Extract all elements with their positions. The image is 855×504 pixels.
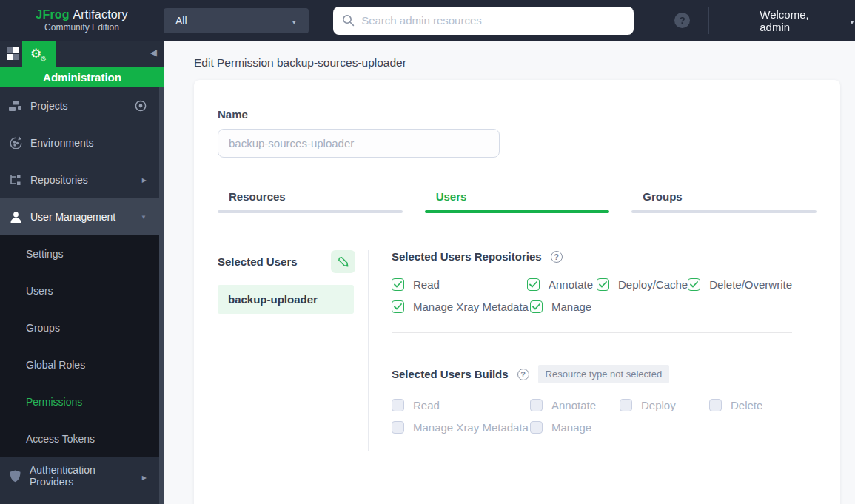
permission-edit-card: Name Resources Users Groups Selected Use… [194, 80, 840, 504]
apps-grid-icon[interactable] [7, 47, 19, 60]
sidebar-item-label: Authentication Providers [30, 464, 137, 488]
status-badge: Resource type not selected [538, 365, 670, 383]
logo-edition: Community Edition [0, 22, 164, 33]
permission-manage-xray-metadata: Manage Xray Metadata [392, 300, 530, 313]
chevron-right-icon [142, 177, 147, 184]
sidebar-collapse-icon[interactable] [150, 47, 157, 58]
sidebar-item-users[interactable]: Users [0, 272, 159, 309]
pencil-icon [338, 256, 349, 268]
page-title: Edit Permission backup-sources-uploader [194, 56, 855, 70]
sidebar-item-permissions[interactable]: Permissions [0, 383, 159, 420]
selected-users-panel: Selected Users backup-uploader [218, 250, 355, 451]
main-content: Edit Permission backup-sources-uploader … [164, 41, 855, 504]
repositories-section-title: Selected Users Repositories [392, 250, 542, 263]
blocks-icon [7, 100, 24, 112]
selected-users-title: Selected Users [218, 255, 298, 268]
cycle-icon [7, 136, 24, 150]
user-management-submenu: Settings Users Groups Global Roles Permi… [0, 235, 159, 457]
help-icon[interactable]: ? [674, 13, 690, 28]
section-divider [392, 332, 792, 333]
checkmark-icon [599, 281, 607, 288]
permission-manage-disabled: Manage [530, 421, 591, 434]
sidebar-item-authentication-providers[interactable]: Authentication Providers [0, 457, 164, 494]
checkbox-unchecked [392, 421, 404, 434]
sidebar-item-repositories[interactable]: Repositories [0, 161, 164, 198]
checkbox-checked[interactable] [597, 278, 609, 291]
user-menu-label: Welcome, admin [760, 8, 842, 33]
sidebar-item-global-roles[interactable]: Global Roles [0, 346, 159, 383]
checkbox-unchecked [530, 421, 543, 434]
project-scope-icon[interactable] [135, 100, 147, 112]
sidebar-item-groups[interactable]: Groups [0, 309, 159, 346]
permission-deploy-cache: Deploy/Cache [597, 278, 688, 291]
administration-tab[interactable] [22, 41, 56, 67]
checkmark-icon [690, 281, 698, 288]
checkbox-unchecked [620, 399, 632, 411]
list-item[interactable]: backup-uploader [218, 285, 354, 314]
checkmark-icon [394, 303, 402, 310]
repositories-section-header: Selected Users Repositories ? [392, 250, 792, 263]
admin-search[interactable] [333, 7, 634, 35]
permission-read-disabled: Read [392, 399, 530, 411]
permission-read: Read [392, 278, 527, 291]
checkbox-unchecked [709, 399, 722, 411]
sidebar-item-label: Projects [30, 100, 68, 112]
sidebar-item-access-tokens[interactable]: Access Tokens [0, 420, 159, 457]
checkbox-unchecked [530, 399, 543, 411]
app-logo: JFrog Artifactory Community Edition [0, 8, 164, 33]
checkbox-unchecked [392, 399, 404, 411]
help-icon[interactable]: ? [517, 369, 529, 380]
chevron-right-icon [142, 469, 147, 483]
permission-manage: Manage [530, 300, 591, 313]
checkbox-checked[interactable] [527, 278, 540, 291]
permission-name-input[interactable] [218, 129, 500, 158]
sidebar-item-settings[interactable]: Settings [0, 235, 159, 272]
permission-annotate-disabled: Annotate [530, 399, 620, 411]
tab-groups[interactable]: Groups [631, 190, 817, 213]
sidebar-item-user-management[interactable]: User Management [0, 198, 164, 235]
checkbox-checked[interactable] [688, 278, 700, 291]
sidebar-scrollbar[interactable] [159, 87, 164, 504]
builds-section-title: Selected Users Builds [392, 368, 509, 380]
search-icon [342, 14, 355, 27]
tab-users[interactable]: Users [425, 190, 610, 213]
sidebar: Administration Projects [0, 41, 164, 504]
permissions-panel: Selected Users Repositories ? Read [392, 250, 792, 451]
sidebar-item-environments[interactable]: Environments [0, 124, 164, 161]
logo-product: Artifactory [73, 8, 127, 21]
sidebar-item-label: Repositories [30, 174, 88, 186]
sidebar-item-label: User Management [30, 211, 115, 223]
sidebar-item-label: Environments [30, 137, 94, 149]
edit-users-button[interactable] [331, 250, 355, 273]
checkmark-icon [532, 303, 540, 310]
permission-annotate: Annotate [527, 278, 597, 291]
top-bar: JFrog Artifactory Community Edition All … [0, 0, 855, 41]
permission-delete-disabled: Delete [709, 399, 762, 411]
sidebar-section-title: Administration [0, 67, 164, 87]
checkmark-icon [394, 281, 402, 288]
name-field-label: Name [218, 108, 817, 121]
chevron-down-icon [141, 214, 147, 221]
checkbox-checked[interactable] [392, 300, 404, 313]
help-icon[interactable]: ? [551, 251, 563, 263]
search-scope-dropdown[interactable]: All [164, 8, 309, 33]
checkbox-checked[interactable] [392, 278, 404, 291]
sidebar-item-projects[interactable]: Projects [0, 87, 164, 124]
chevron-down-icon [291, 14, 297, 27]
shield-icon [7, 470, 23, 483]
tab-resources[interactable]: Resources [218, 190, 403, 213]
tree-icon [7, 174, 24, 187]
user-icon [7, 211, 24, 224]
search-input[interactable] [361, 14, 625, 27]
checkbox-checked[interactable] [530, 300, 543, 313]
logo-brand: JFrog [36, 8, 69, 21]
builds-section-header: Selected Users Builds ? Resource type no… [392, 365, 792, 383]
gears-icon-small [41, 47, 48, 61]
scope-dropdown-value: All [175, 15, 187, 27]
permission-delete-overwrite: Delete/Overwrite [688, 278, 792, 291]
permission-deploy-disabled: Deploy [620, 399, 709, 411]
checkmark-icon [529, 281, 537, 288]
user-menu[interactable]: Welcome, admin [760, 8, 855, 33]
tab-bar: Resources Users Groups [218, 190, 817, 213]
chevron-down-icon [849, 14, 855, 27]
